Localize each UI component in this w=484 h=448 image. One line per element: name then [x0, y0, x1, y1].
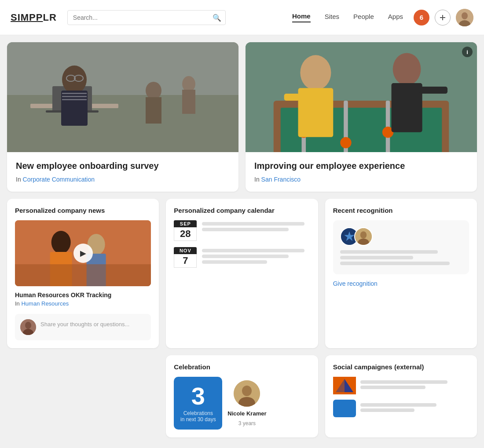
search-input[interactable]: [67, 10, 226, 25]
news-item-title: Human Resources OKR Tracking: [15, 291, 151, 299]
logo[interactable]: SIMPPLR: [11, 12, 57, 23]
social-items: [333, 377, 469, 417]
hero-card-1[interactable]: New employee onboarding survey In Corpor…: [7, 42, 238, 192]
celeb-years: 3 years: [238, 420, 256, 426]
hero-card-1-body: New employee onboarding survey In Corpor…: [7, 152, 238, 192]
calendar-entry-2: NOV 7: [174, 247, 310, 268]
news-item-source: In Human Resources: [15, 300, 151, 307]
social-item-1: [333, 377, 469, 394]
svg-rect-32: [298, 88, 334, 137]
commenter-avatar-icon: [20, 319, 36, 335]
hero-card-2[interactable]: i Improving our employee experience In S…: [246, 42, 477, 192]
news-widget: Personalized company news ▶: [7, 199, 159, 348]
hero-image-2: i: [246, 42, 477, 152]
celebration-widget-title: Celebration: [174, 363, 310, 371]
news-source-prefix: In: [15, 300, 21, 307]
social-line: [360, 408, 415, 412]
nav-item-people[interactable]: People: [353, 13, 374, 22]
social-line: [360, 380, 447, 384]
svg-rect-36: [419, 87, 447, 94]
social-item-1-lines: [360, 380, 469, 391]
plus-icon: [439, 14, 447, 22]
celeb-avatar: [234, 380, 260, 407]
news-source-link[interactable]: Human Resources: [21, 300, 69, 307]
recognition-card: [333, 220, 469, 274]
hero-card-2-body: Improving our employee experience In San…: [246, 152, 477, 192]
cal-line: [202, 222, 304, 226]
hero-card-1-title: New employee onboarding survey: [16, 160, 230, 171]
svg-point-52: [242, 386, 252, 396]
comment-placeholder[interactable]: Share your thoughts or questions...: [40, 319, 129, 328]
svg-point-44: [25, 322, 31, 329]
svg-rect-21: [182, 90, 195, 114]
notification-badge[interactable]: 6: [414, 10, 429, 25]
play-button[interactable]: ▶: [73, 244, 93, 263]
hero-image-1: [7, 42, 238, 152]
svg-rect-6: [7, 95, 238, 152]
nav-item-home[interactable]: Home: [292, 12, 311, 22]
cal-month-nov: NOV: [174, 247, 197, 254]
cal-day-28: 28: [174, 227, 197, 241]
celeb-name: Nicole Kramer: [227, 410, 266, 417]
svg-rect-33: [284, 94, 300, 101]
cal-month-sep: SEP: [174, 220, 197, 227]
svg-point-18: [146, 82, 161, 99]
social-widget-title: Social campaignes (external): [333, 363, 469, 371]
cal-date-sep: SEP 28: [174, 220, 197, 241]
header-actions: 6: [414, 9, 473, 26]
give-recognition-link[interactable]: Give recognition: [333, 280, 378, 287]
social-line: [360, 386, 425, 389]
social-line: [360, 403, 436, 407]
cal-entry-1-lines: [202, 220, 310, 233]
user-avatar[interactable]: [456, 9, 473, 26]
nav-item-apps[interactable]: Apps: [388, 13, 403, 22]
svg-rect-19: [146, 97, 161, 124]
add-button[interactable]: [435, 10, 451, 25]
hero-card-2-title: Improving our employee experience: [254, 160, 468, 171]
rec-line: [340, 262, 450, 265]
svg-rect-12: [62, 93, 87, 94]
social-item-2-lines: [360, 403, 469, 414]
calendar-widget-title: Personalized company calendar: [174, 207, 310, 214]
celeb-avatar-icon: [234, 380, 260, 407]
avatar-icon: [456, 9, 473, 26]
social-item-2: [333, 400, 469, 417]
svg-point-3: [462, 12, 468, 19]
svg-rect-35: [392, 83, 422, 132]
source-link-1[interactable]: Corporate Communication: [23, 176, 95, 183]
svg-point-29: [340, 137, 352, 149]
svg-rect-42: [15, 264, 151, 286]
hero-card-1-source: In Corporate Communication: [16, 176, 230, 183]
search-icon: 🔍: [213, 13, 221, 22]
cal-line: [202, 260, 267, 264]
svg-point-34: [393, 53, 421, 85]
cal-day-7: 7: [174, 254, 197, 268]
svg-rect-27: [386, 101, 390, 152]
calendar-entries: SEP 28 NOV 7: [174, 220, 310, 268]
search-bar: 🔍: [67, 10, 226, 25]
main-nav: Home Sites People Apps: [292, 12, 403, 22]
rec-avatar-person: [354, 227, 373, 246]
recognition-widget: Recent recognition: [325, 199, 477, 348]
social-thumb-2: [333, 400, 356, 417]
social-widget: Social campaignes (external): [325, 355, 477, 437]
cal-line: [202, 255, 288, 258]
comment-box[interactable]: Share your thoughts or questions...: [15, 314, 151, 340]
recognition-widget-title: Recent recognition: [333, 207, 469, 214]
rec-person-avatar-icon: [355, 227, 372, 246]
svg-rect-13: [62, 96, 87, 97]
main-content: New employee onboarding survey In Corpor…: [0, 35, 484, 444]
news-image-wrap: ▶: [15, 220, 151, 286]
svg-point-49: [360, 231, 366, 238]
celebration-widget: Celebration 3 Celebrations in next 30 da…: [166, 355, 318, 437]
info-button[interactable]: i: [462, 47, 473, 57]
rec-lines: [340, 250, 462, 267]
hero-card-2-source: In San Francisco: [254, 176, 468, 183]
celebration-number-box: 3 Celebrations in next 30 days: [174, 377, 222, 430]
nav-item-sites[interactable]: Sites: [325, 13, 339, 22]
cal-line: [202, 228, 288, 231]
source-link-2[interactable]: San Francisco: [261, 176, 301, 183]
cal-line: [202, 249, 304, 252]
cal-date-nov: NOV 7: [174, 247, 197, 268]
celebration-content: 3 Celebrations in next 30 days Ni: [174, 377, 310, 430]
